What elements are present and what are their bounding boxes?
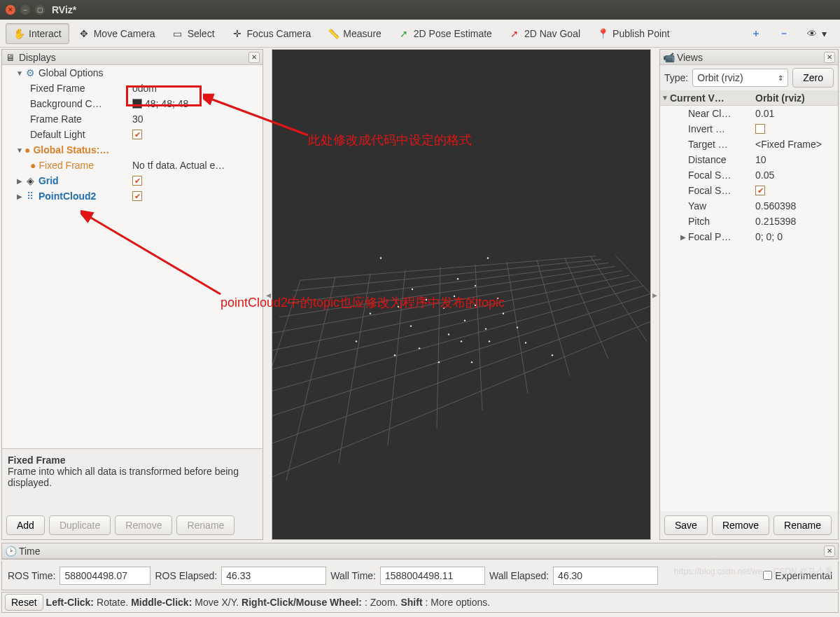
near-clip-row[interactable]: Near Cl…0.01	[660, 106, 838, 121]
close-icon[interactable]: ✕	[6, 5, 15, 15]
interact-button[interactable]: ✋Interact	[6, 23, 69, 44]
ros-elapsed-input[interactable]: 46.33	[221, 567, 326, 585]
focal-shape-fixed-checkbox[interactable]	[755, 186, 765, 195]
wall-time-input[interactable]: 1588004498.11	[380, 567, 485, 585]
focal-shape-size-value[interactable]: 0.05	[754, 169, 838, 181]
view-eye-button[interactable]: 👁▾	[799, 23, 834, 44]
target-frame-row[interactable]: Target …<Fixed Frame>	[660, 137, 838, 152]
focus-camera-button[interactable]: ✛Focus Camera	[224, 23, 319, 44]
view-type-combo[interactable]: Orbit (rviz)⇕	[692, 69, 788, 87]
status-right-val: : Zoom.	[365, 597, 398, 608]
background-color-row[interactable]: Background C…48; 48; 48	[2, 96, 262, 111]
focal-point-value[interactable]: 0; 0; 0	[754, 231, 838, 242]
invert-z-row[interactable]: Invert …	[660, 121, 838, 137]
maximize-icon[interactable]: ▢	[35, 5, 45, 15]
add-button[interactable]: Add	[6, 515, 45, 535]
frame-rate-row[interactable]: Frame Rate30	[2, 111, 262, 127]
yaw-value[interactable]: 0.560398	[754, 200, 838, 212]
default-light-checkbox[interactable]	[132, 130, 142, 139]
rename-view-button[interactable]: Rename	[774, 515, 832, 535]
frame-rate-value[interactable]: 30	[131, 113, 262, 125]
minimize-icon[interactable]: –	[20, 5, 30, 15]
status-middle-val: Move X/Y.	[195, 597, 239, 608]
pointcloud2-row[interactable]: ▶⠿ PointCloud2	[2, 188, 262, 204]
focal-point-row[interactable]: ▶Focal P…0; 0; 0	[660, 229, 838, 244]
distance-value[interactable]: 10	[754, 154, 838, 165]
default-light-label: Default Light	[30, 129, 85, 140]
time-title: Time	[19, 546, 41, 557]
pitch-row[interactable]: Pitch0.215398	[660, 214, 838, 229]
global-options-row[interactable]: ▼⚙ Global Options	[2, 65, 262, 81]
displays-tree[interactable]: ▼⚙ Global Options Fixed Frameodom Backgr…	[2, 65, 262, 448]
cursor-icon: ✋	[13, 28, 24, 39]
time-header: 🕑 Time ✕	[2, 543, 838, 559]
warning-icon	[24, 144, 33, 155]
views-tree[interactable]: ▼Current V…Orbit (rviz) Near Cl…0.01 Inv…	[660, 90, 838, 511]
distance-row[interactable]: Distance10	[660, 152, 838, 167]
svg-point-24	[454, 296, 455, 297]
remove-display-button[interactable]: －	[771, 23, 797, 44]
ros-time-label: ROS Time:	[8, 570, 55, 581]
svg-line-3	[272, 286, 643, 397]
plus-icon: ＋	[750, 28, 762, 39]
nav-goal-button[interactable]: ➚2D Nav Goal	[501, 23, 588, 44]
global-status-row[interactable]: ▼Global Status:…	[2, 142, 262, 158]
duplicate-button[interactable]: Duplicate	[49, 515, 111, 535]
status-fixed-frame-row[interactable]: Fixed FrameNo tf data. Actual e…	[2, 158, 262, 173]
svg-point-39	[475, 285, 476, 286]
3d-viewport[interactable]	[272, 49, 651, 540]
focus-icon: ✛	[232, 28, 243, 39]
distance-label: Distance	[688, 154, 726, 165]
pose-estimate-button[interactable]: ➚2D Pose Estimate	[391, 23, 500, 44]
main-toolbar: ✋Interact ✥Move Camera ▭Select ✛Focus Ca…	[0, 20, 840, 48]
global-status-label: Global Status:…	[33, 144, 109, 155]
view-type-row: Type: Orbit (rviz)⇕ Zero	[660, 65, 838, 90]
collapse-left-button[interactable]: ◂	[265, 270, 272, 319]
select-button[interactable]: ▭Select	[164, 23, 223, 44]
reset-button[interactable]: Reset	[5, 594, 43, 611]
close-views-button[interactable]: ✕	[824, 52, 835, 63]
publish-point-button[interactable]: 📍Publish Point	[589, 23, 678, 44]
nav-goal-label: 2D Nav Goal	[524, 28, 580, 39]
svg-point-26	[475, 305, 476, 306]
default-light-row[interactable]: Default Light	[2, 127, 262, 142]
wall-elapsed-input[interactable]: 46.30	[553, 567, 658, 585]
focal-shape-size-row[interactable]: Focal S…0.05	[660, 167, 838, 183]
ros-time-input[interactable]: 588004498.07	[59, 567, 150, 585]
near-clip-value[interactable]: 0.01	[754, 108, 838, 119]
views-tree-header[interactable]: ▼Current V…Orbit (rviz)	[660, 90, 838, 106]
svg-point-30	[448, 333, 449, 335]
fixed-frame-value[interactable]: odom	[131, 83, 262, 94]
publish-point-label: Publish Point	[612, 28, 670, 39]
grid-row[interactable]: ▶◈ Grid	[2, 173, 262, 188]
remove-button[interactable]: Remove	[115, 515, 172, 535]
remove-view-button[interactable]: Remove	[712, 515, 769, 535]
zero-button[interactable]: Zero	[792, 68, 834, 88]
pointcloud2-checkbox[interactable]	[132, 191, 142, 201]
grid-checkbox[interactable]	[132, 176, 142, 186]
pointcloud2-label: PointCloud2	[38, 190, 96, 202]
save-view-button[interactable]: Save	[664, 515, 708, 535]
svg-point-40	[438, 361, 440, 363]
yaw-row[interactable]: Yaw0.560398	[660, 198, 838, 214]
move-camera-button[interactable]: ✥Move Camera	[71, 23, 163, 44]
interact-label: Interact	[29, 28, 62, 39]
svg-point-46	[525, 342, 526, 343]
displays-title: Displays	[19, 52, 56, 63]
close-panel-button[interactable]: ✕	[248, 52, 260, 63]
add-display-button[interactable]: ＋	[743, 23, 769, 44]
measure-label: Measure	[343, 28, 381, 39]
pitch-value[interactable]: 0.215398	[754, 216, 838, 227]
status-left-label: Left-Click:	[46, 597, 94, 608]
fixed-frame-row[interactable]: Fixed Frameodom	[2, 81, 262, 96]
target-frame-value[interactable]: <Fixed Frame>	[754, 139, 838, 150]
rename-button[interactable]: Rename	[176, 515, 234, 535]
measure-button[interactable]: 📏Measure	[320, 23, 388, 44]
invert-z-checkbox[interactable]	[755, 124, 765, 134]
close-time-button[interactable]: ✕	[824, 546, 835, 557]
collapse-right-button[interactable]: ▸	[651, 270, 658, 319]
focal-shape-fixed-row[interactable]: Focal S…	[660, 183, 838, 198]
svg-line-6	[272, 270, 622, 333]
svg-point-33	[419, 347, 420, 349]
current-view-label: Current V…	[670, 92, 724, 104]
